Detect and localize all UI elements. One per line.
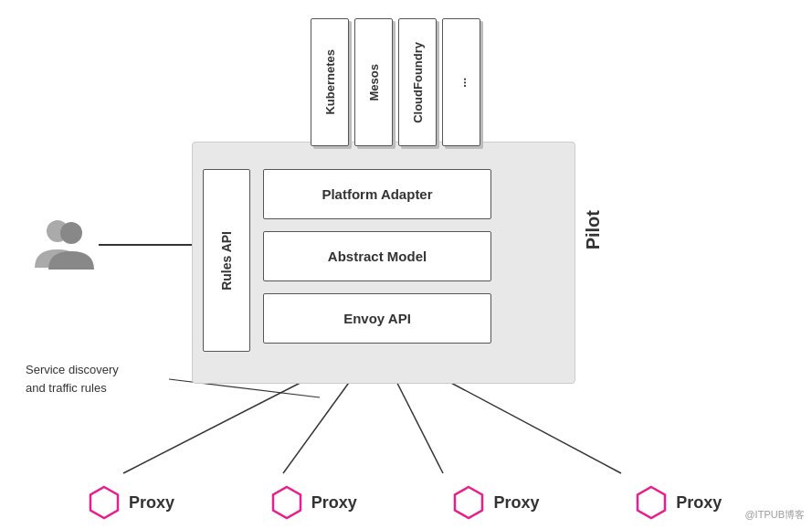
proxy-label-4: Proxy [676, 493, 722, 513]
proxy-item-2: Proxy [269, 485, 406, 520]
proxy-row: Proxy Proxy Proxy Proxy [64, 485, 794, 520]
hex-icon-4 [634, 485, 669, 520]
tab-kubernetes: Kubernetes [311, 18, 349, 146]
hex-icon-3 [451, 485, 486, 520]
svg-point-7 [60, 222, 82, 244]
hex-icon-2 [269, 485, 304, 520]
platform-adapter-label: Platform Adapter [322, 186, 432, 202]
pilot-label: Pilot [583, 210, 604, 249]
abstract-model-box: Abstract Model [263, 231, 491, 281]
service-discovery-line2: and traffic rules [26, 379, 119, 397]
svg-marker-11 [638, 487, 665, 518]
proxy-label-2: Proxy [311, 493, 357, 513]
service-discovery-text: Service discovery and traffic rules [26, 361, 119, 397]
proxy-item-3: Proxy [451, 485, 588, 520]
tab-cloudfoundry: CloudFoundry [398, 18, 437, 146]
envoy-api-label: Envoy API [343, 311, 411, 326]
rules-api-label: Rules API [219, 231, 234, 291]
svg-marker-10 [455, 487, 482, 518]
tab-mesos: Mesos [354, 18, 393, 146]
diagram-container: Pilot Kubernetes Mesos CloudFoundry ... … [0, 0, 812, 529]
rules-api-box: Rules API [203, 169, 250, 352]
proxy-label-1: Proxy [129, 493, 174, 513]
service-discovery-line1: Service discovery [26, 361, 119, 379]
tab-more: ... [442, 18, 480, 146]
svg-marker-8 [90, 487, 118, 518]
user-icon [26, 210, 99, 274]
abstract-model-label: Abstract Model [328, 249, 427, 264]
envoy-api-box: Envoy API [263, 293, 491, 344]
proxy-item-1: Proxy [87, 485, 224, 520]
tab-mesos-label: Mesos [367, 64, 381, 101]
svg-marker-9 [273, 487, 301, 518]
platform-adapter-box: Platform Adapter [263, 169, 491, 219]
tab-group: Kubernetes Mesos CloudFoundry ... [311, 18, 480, 146]
hex-icon-1 [87, 485, 121, 520]
proxy-label-3: Proxy [493, 493, 539, 513]
tab-cloudfoundry-label: CloudFoundry [411, 42, 425, 123]
tab-more-label: ... [455, 78, 469, 88]
watermark: @ITPUB博客 [744, 508, 805, 522]
tab-kubernetes-label: Kubernetes [323, 49, 337, 115]
